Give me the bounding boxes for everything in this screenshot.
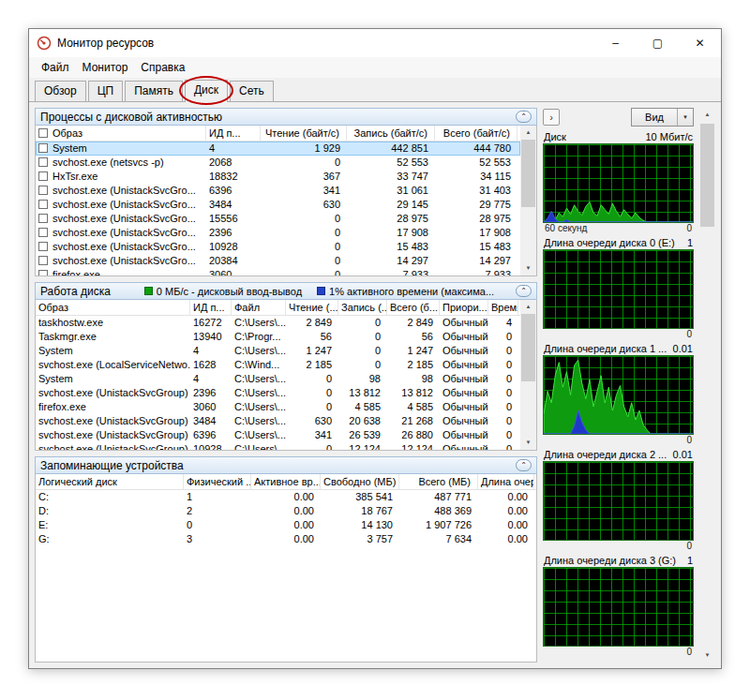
table-row[interactable]: E:00.0014 1301 907 7260.00 [36, 518, 536, 532]
column-header[interactable]: Всего (байт/с) [435, 126, 518, 141]
processes-table[interactable]: ОбразИД п...Чтение (байт/с)Запись (байт/… [36, 126, 520, 276]
close-button[interactable]: ✕ [679, 29, 721, 57]
column-header[interactable]: Образ [36, 126, 206, 141]
column-header[interactable]: Активное вр... [251, 474, 321, 489]
scroll-down-icon[interactable]: ▼ [699, 648, 715, 663]
row-checkbox[interactable] [38, 270, 48, 276]
menu-monitor[interactable]: Монитор [76, 59, 135, 76]
table-row[interactable]: firefox.exe306007 9337 933 [36, 268, 520, 276]
table-row[interactable]: System41 929442 851444 780 [36, 141, 520, 156]
column-header[interactable]: ИД п... [190, 300, 232, 315]
tab-cpu[interactable]: ЦП [88, 81, 124, 101]
column-header[interactable]: ИД п... [206, 126, 261, 141]
table-row[interactable]: G:30.003 7577 6340.00 [36, 532, 536, 546]
table-row[interactable]: svchost.exe (netsvcs -p)2068052 55352 55… [36, 156, 520, 170]
column-header[interactable]: Чтение (байт/с) [261, 126, 347, 141]
cell: 98 [387, 372, 440, 386]
menu-file[interactable]: Файл [35, 59, 76, 76]
table-row[interactable]: D:20.0018 767488 3690.00 [36, 504, 536, 518]
column-header[interactable]: Свободно (МБ) [321, 474, 399, 489]
scroll-up-icon[interactable]: ▲ [699, 108, 715, 122]
scrollbar-thumb[interactable] [521, 314, 535, 381]
collapse-graphs-button[interactable]: › [543, 109, 560, 126]
table-row[interactable]: svchost.exe (LocalServiceNetwo...1628C:\… [36, 358, 520, 372]
column-header[interactable]: Время о... [488, 300, 518, 315]
cell: 0 [286, 372, 338, 386]
table-row[interactable]: svchost.exe (UnistackSvcGro...15556028 9… [36, 212, 520, 226]
row-checkbox[interactable] [38, 186, 48, 195]
select-all-checkbox[interactable] [38, 128, 48, 138]
column-header[interactable]: Физический ... [184, 474, 251, 489]
disk-activity-scrollbar[interactable]: ▲ ▼ [520, 300, 536, 450]
menu-help[interactable]: Справка [134, 59, 191, 76]
tab-memory[interactable]: Память [125, 81, 183, 101]
collapse-chevron-icon[interactable]: ⌃ [516, 285, 532, 297]
row-checkbox[interactable] [38, 171, 48, 181]
minimize-button[interactable]: – [594, 29, 637, 57]
collapse-chevron-icon[interactable]: ⌃ [516, 459, 532, 471]
scroll-up-icon[interactable]: ▲ [520, 126, 536, 140]
column-header[interactable]: Логический диск [36, 474, 184, 489]
window-scrollbar[interactable]: ▲ ▼ [699, 108, 715, 663]
column-header[interactable]: Запись (... [338, 300, 387, 315]
table-row[interactable]: Taskmgr.exe13940C:\Progr...56056Обычный0 [36, 330, 520, 344]
scrollbar-track[interactable] [520, 314, 536, 436]
scrollbar-track[interactable] [699, 122, 715, 648]
column-header[interactable]: Чтение (... [286, 300, 338, 315]
column-header[interactable]: Приори... [440, 300, 488, 315]
scroll-down-icon[interactable]: ▼ [520, 436, 536, 450]
chevron-down-icon[interactable]: ▼ [678, 109, 693, 126]
tab-overview[interactable]: Обзор [35, 81, 86, 101]
cell: 4 [488, 316, 518, 330]
column-label: Приори... [442, 302, 488, 313]
table-row[interactable]: svchost.exe (UnistackSvcGroup)2396C:\Use… [36, 386, 520, 400]
tab-network[interactable]: Сеть [230, 81, 274, 101]
table-row[interactable]: System4C:\Users\...09898Обычный0 [36, 372, 520, 386]
column-header[interactable]: Файл [232, 300, 286, 315]
cell: 52 553 [347, 156, 435, 170]
table-row[interactable]: System4C:\Users\...1 24701 247Обычный0 [36, 344, 520, 358]
row-checkbox[interactable] [38, 242, 48, 251]
column-header[interactable]: Всего (б... [387, 300, 440, 315]
tab-disk[interactable]: Диск [185, 80, 228, 102]
scrollbar-thumb[interactable] [700, 124, 714, 227]
row-checkbox[interactable] [38, 143, 48, 153]
table-row[interactable]: HxTsr.exe1883236733 74734 115 [36, 170, 520, 184]
table-row[interactable]: svchost.exe (UnistackSvcGroup)6396C:\Use… [36, 428, 520, 442]
title-bar[interactable]: Монитор ресурсов – ▢ ✕ [29, 29, 721, 57]
column-header[interactable]: Длина очере... [478, 474, 534, 489]
cell: 56 [286, 330, 338, 344]
scroll-down-icon[interactable]: ▼ [520, 261, 536, 276]
table-row[interactable]: C:10.00385 541487 7710.00 [36, 490, 536, 504]
table-row[interactable]: svchost.exe (UnistackSvcGro...348463029 … [36, 198, 520, 212]
collapse-chevron-icon[interactable]: ⌃ [516, 111, 532, 123]
row-checkbox[interactable] [38, 214, 48, 223]
section-header-processes[interactable]: Процессы с дисковой активностью ⌃ [35, 108, 537, 126]
table-row[interactable]: svchost.exe (UnistackSvcGroup)10928C:\Us… [36, 442, 520, 450]
scrollbar-thumb[interactable] [521, 140, 535, 207]
table-row[interactable]: taskhostw.exe16272C:\Users\...2 84902 84… [36, 316, 520, 330]
row-checkbox[interactable] [38, 200, 48, 209]
table-row[interactable]: svchost.exe (UnistackSvcGro...20384014 2… [36, 254, 520, 268]
table-row[interactable]: svchost.exe (UnistackSvcGro...2396017 90… [36, 226, 520, 240]
row-checkbox[interactable] [38, 256, 48, 265]
row-checkbox[interactable] [38, 228, 48, 237]
column-header[interactable]: Образ [36, 300, 190, 315]
scrollbar-track[interactable] [520, 140, 536, 261]
table-row[interactable]: firefox.exe3060C:\Users\...04 5854 585Об… [36, 400, 520, 414]
section-header-disk-activity[interactable]: Работа диска 0 МБ/с - дисковый ввод-выво… [35, 282, 537, 300]
table-row[interactable]: svchost.exe (UnistackSvcGro...639634131 … [36, 184, 520, 198]
maximize-button[interactable]: ▢ [637, 29, 679, 57]
table-row[interactable]: svchost.exe (UnistackSvcGro...10928015 4… [36, 240, 520, 254]
cell: svchost.exe (UnistackSvcGro... [36, 212, 206, 226]
disk-activity-table[interactable]: ОбразИД п...ФайлЧтение (...Запись (...Вс… [36, 300, 520, 450]
section-header-storage[interactable]: Запоминающие устройства ⌃ [35, 456, 537, 474]
table-row[interactable]: svchost.exe (UnistackSvcGroup)3484C:\Use… [36, 414, 520, 428]
view-dropdown[interactable]: Вид ▼ [631, 108, 694, 127]
column-header[interactable]: Запись (байт/с) [347, 126, 435, 141]
processes-scrollbar[interactable]: ▲ ▼ [520, 126, 536, 276]
row-checkbox[interactable] [38, 157, 48, 167]
scroll-up-icon[interactable]: ▲ [520, 300, 536, 314]
storage-table[interactable]: Логический дискФизический ...Активное вр… [36, 474, 536, 662]
column-header[interactable]: Всего (МБ) [399, 474, 478, 489]
